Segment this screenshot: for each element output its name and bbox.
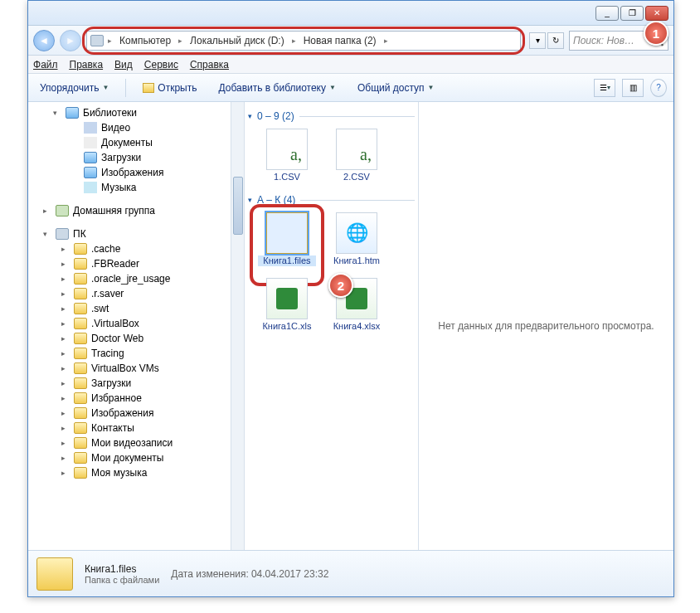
- nav-row: ◄ ► ▸ Компьютер ▸ Локальный диск (D:) ▸ …: [28, 26, 673, 56]
- details-name: Книга1.files: [85, 563, 159, 575]
- menu-edit[interactable]: Правка: [70, 59, 104, 71]
- explorer-window: _ ❐ ✕ ◄ ► ▸ Компьютер ▸ Локальный диск (…: [27, 0, 674, 597]
- tree-images[interactable]: Изображения: [28, 165, 231, 180]
- tree-folder[interactable]: ▸Загрузки: [28, 376, 231, 391]
- tree-libraries[interactable]: ▾Библиотеки: [28, 105, 231, 120]
- file-label: Книга1.files: [258, 255, 316, 266]
- file-item[interactable]: Книга1.htm: [328, 212, 386, 266]
- breadcrumb-folder[interactable]: Новая папка (2): [300, 33, 380, 48]
- minimize-button[interactable]: _: [595, 6, 619, 21]
- tree-folder[interactable]: ▸Изображения: [28, 406, 231, 421]
- file-label: Книга1.htm: [328, 255, 386, 266]
- details-thumbnail-icon: [36, 557, 73, 591]
- chevron-right-icon: ▸: [106, 36, 114, 45]
- tree-scrollbar[interactable]: [231, 102, 245, 550]
- tree-pc[interactable]: ▾ПК: [28, 226, 231, 241]
- scrollbar-thumb[interactable]: [233, 177, 243, 235]
- tree-homegroup[interactable]: ▸Домашняя группа: [28, 203, 231, 218]
- folder-icon: [74, 288, 87, 299]
- homegroup-icon: [56, 205, 69, 216]
- tree-folder[interactable]: ▸Моя музыка: [28, 465, 231, 480]
- tree-folder[interactable]: ▸.VirtualBox: [28, 316, 231, 331]
- file-item[interactable]: 1.CSV: [258, 129, 316, 182]
- expand-icon[interactable]: ▾: [43, 230, 51, 238]
- chevron-down-icon: ▼: [329, 84, 336, 91]
- add-to-library-button[interactable]: Добавить в библиотеку ▼: [213, 79, 340, 97]
- images-icon: [84, 167, 97, 178]
- folder-icon: [74, 407, 87, 419]
- folder-icon: [74, 273, 87, 285]
- tree-folder[interactable]: ▸Tracing: [28, 346, 231, 361]
- folder-icon: [74, 318, 87, 329]
- tree-folder[interactable]: ▸Избранное: [28, 391, 231, 406]
- tree-folder[interactable]: ▸Мои видеозаписи: [28, 435, 231, 450]
- chevron-right-icon: ▸: [290, 36, 298, 45]
- tree-folder[interactable]: ▸.swt: [28, 301, 231, 316]
- maximize-button[interactable]: ❐: [620, 6, 644, 21]
- file-label: Книга1С.xls: [258, 321, 316, 332]
- tree-folder[interactable]: ▸Doctor Web: [28, 331, 231, 346]
- folder-icon: [74, 362, 87, 374]
- expand-icon[interactable]: ▾: [53, 109, 61, 117]
- computer-icon: [90, 35, 104, 46]
- details-modified-value: 04.04.2017 23:32: [251, 568, 328, 580]
- tree-downloads[interactable]: Загрузки: [28, 150, 231, 165]
- view-options-button[interactable]: ☰ ▾: [594, 79, 615, 97]
- collapse-icon[interactable]: ▾: [248, 112, 252, 120]
- separator: [125, 79, 126, 97]
- preview-pane-button[interactable]: ▥: [622, 79, 644, 97]
- annotation-badge-2: 2: [328, 273, 353, 298]
- tree-video[interactable]: Видео: [28, 120, 231, 135]
- tree-folder[interactable]: ▸.cache: [28, 241, 231, 256]
- folder-icon: [74, 303, 87, 314]
- chevron-down-icon: ▼: [428, 84, 435, 91]
- tree-folder[interactable]: ▸Контакты: [28, 421, 231, 435]
- folder-icon: [74, 348, 87, 359]
- folder-icon: [74, 392, 87, 404]
- address-tail: ▾ ↻: [529, 32, 564, 49]
- tree-folder[interactable]: ▸Мои документы: [28, 450, 231, 465]
- back-button[interactable]: ◄: [33, 30, 55, 51]
- computer-icon: [56, 228, 69, 240]
- group-header-09[interactable]: ▾ 0 – 9 (2): [248, 110, 415, 122]
- share-button[interactable]: Общий доступ ▼: [352, 79, 440, 97]
- file-label: 2.CSV: [328, 172, 386, 182]
- search-placeholder: Поиск: Нов…: [573, 35, 634, 46]
- breadcrumb-drive[interactable]: Локальный диск (D:): [187, 33, 288, 48]
- tree-folder[interactable]: ▸.oracle_jre_usage: [28, 271, 231, 286]
- address-bar[interactable]: ▸ Компьютер ▸ Локальный диск (D:) ▸ Нова…: [86, 31, 521, 51]
- collapse-icon[interactable]: ▾: [248, 196, 252, 204]
- file-list[interactable]: ▾ 0 – 9 (2) 1.CSV 2.CSV ▾ А – К (4): [245, 102, 419, 550]
- tree-folder[interactable]: ▸.r.saver: [28, 286, 231, 301]
- help-button[interactable]: ?: [650, 79, 667, 97]
- file-item[interactable]: Книга1С.xls: [258, 278, 316, 332]
- open-button[interactable]: Открыть: [138, 79, 202, 97]
- address-dropdown-button[interactable]: ▾: [529, 32, 546, 49]
- menu-bar: Файл Правка Вид Сервис Справка: [28, 56, 673, 74]
- preview-pane: Нет данных для предварительного просмотр…: [419, 102, 673, 550]
- organize-button[interactable]: Упорядочить ▼: [35, 79, 114, 97]
- folder-icon: [74, 258, 87, 270]
- forward-button[interactable]: ►: [60, 30, 81, 51]
- refresh-button[interactable]: ↻: [547, 32, 564, 49]
- video-icon: [84, 122, 97, 134]
- group-header-ak[interactable]: ▾ А – К (4): [248, 194, 415, 206]
- folder-icon: [74, 377, 87, 389]
- tree-documents[interactable]: Документы: [28, 135, 231, 150]
- folder-icon: [74, 452, 87, 464]
- nav-tree[interactable]: ▾Библиотеки Видео Документы Загрузки Изо…: [28, 102, 231, 550]
- menu-view[interactable]: Вид: [114, 59, 133, 71]
- expand-icon[interactable]: ▸: [43, 207, 51, 215]
- file-item[interactable]: 2.CSV: [328, 129, 386, 182]
- tree-music[interactable]: Музыка: [28, 180, 231, 195]
- close-button[interactable]: ✕: [645, 6, 668, 21]
- menu-tools[interactable]: Сервис: [144, 59, 178, 71]
- file-item-selected[interactable]: Книга1.files: [258, 212, 316, 266]
- folder-open-icon: [143, 83, 154, 93]
- menu-help[interactable]: Справка: [190, 59, 229, 71]
- breadcrumb-computer[interactable]: Компьютер: [116, 33, 174, 48]
- menu-file[interactable]: Файл: [33, 59, 58, 71]
- title-bar: _ ❐ ✕: [28, 1, 673, 26]
- tree-folder[interactable]: ▸.FBReader: [28, 256, 231, 271]
- tree-folder[interactable]: ▸VirtualBox VMs: [28, 361, 231, 376]
